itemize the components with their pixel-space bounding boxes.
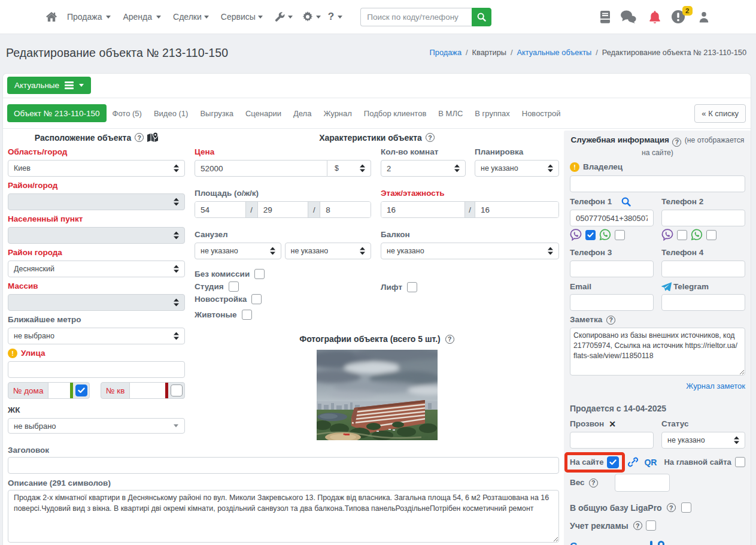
tab-object-active[interactable]: Объект № 213-110-150 [7,104,107,122]
house-checkbox[interactable] [75,384,87,396]
phone1-whatsapp-checkbox[interactable] [615,230,625,240]
notes-journal-link[interactable]: Журнал заметок [686,382,745,390]
layout-select[interactable]: не указано [475,160,559,177]
help-icon: ? [328,11,334,23]
balcony-select[interactable]: не указано [381,243,559,259]
settlement-select[interactable] [8,227,185,244]
floor-input[interactable] [381,202,464,217]
qr-link[interactable]: QR [644,458,657,467]
tab-video[interactable]: Видео (1) [148,109,194,118]
new-building-checkbox[interactable] [251,294,262,304]
city-district-select[interactable]: Деснянский [8,261,185,277]
weight-help-icon[interactable]: ? [589,479,598,488]
title-field-input[interactable] [8,457,559,474]
pets-checkbox[interactable] [242,310,252,320]
flat-checkbox[interactable] [171,384,183,396]
phone2-viber-checkbox[interactable] [677,230,687,240]
tabs-row: Объект № 213-110-150 Фото (5) Видео (1) … [3,98,751,129]
district-select[interactable] [8,193,185,210]
search-input[interactable] [360,8,472,26]
link-icon[interactable] [628,457,638,467]
email-input[interactable] [570,294,654,311]
alerts-button[interactable]: 2 [671,10,685,24]
ads-checkbox[interactable] [646,520,656,531]
object-photo[interactable] [317,350,438,440]
phone2-whatsapp-checkbox[interactable] [706,230,716,240]
menu-help[interactable]: ? [328,11,342,23]
floor-label: Этаж/этажность [381,189,559,198]
bathroom-select-1[interactable]: не указано [195,243,281,259]
tab-journal[interactable]: Журнал [317,109,357,118]
metro-select[interactable]: не выбрано [8,328,185,344]
tab-tasks[interactable]: Дела [287,109,317,118]
rooms-select[interactable]: 2 [381,160,466,177]
breadcrumb-actual[interactable]: Актуальные объекты [517,48,592,57]
house-number-input[interactable] [48,383,70,398]
journal-button[interactable] [600,11,610,23]
clear-x-icon[interactable]: ✕ [609,419,616,429]
menu-sale[interactable]: Продажа [67,12,111,22]
menu-services[interactable]: Сервисы [221,12,263,22]
menu-settings[interactable] [302,11,321,22]
partial-bottom-link[interactable]: С [570,541,745,545]
tab-upload[interactable]: Выгрузка [194,109,239,118]
menu-tools[interactable] [275,12,293,22]
telegram-label-row: Telegram [661,281,745,292]
tab-scenarios[interactable]: Сценарии [239,109,287,118]
telegram-input[interactable] [661,294,745,311]
back-to-list-button[interactable]: « К списку [694,104,746,123]
tab-newbuild[interactable]: Новострой [516,109,567,118]
weight-input[interactable] [615,474,670,492]
ads-help-icon[interactable]: ? [633,521,642,530]
status-select[interactable]: не указано [661,432,745,449]
notifications-button[interactable] [649,10,661,24]
status-dropdown-button[interactable]: Актуальные [7,77,91,94]
currency-select[interactable]: $ [327,160,371,177]
phone2-input[interactable] [661,210,745,226]
phone-search-icon[interactable] [621,197,631,207]
breadcrumb-sale[interactable]: Продажа [430,48,462,57]
area-kitchen-input[interactable] [320,202,371,217]
menu-deals[interactable]: Сделки [173,12,209,22]
massif-select[interactable] [8,294,185,311]
call-input[interactable] [570,432,654,449]
bathroom-select-2[interactable]: не указано [285,243,372,259]
location-help-icon[interactable]: ? [135,133,144,142]
on-site-checkbox[interactable] [607,456,619,468]
note-help-icon[interactable]: ? [606,316,615,325]
characteristics-help-icon[interactable]: ? [426,133,435,142]
tab-clients[interactable]: Подбор клиентов [358,109,432,118]
elevator-checkbox[interactable] [407,282,417,292]
flat-number-input[interactable] [129,383,165,398]
street-input[interactable] [8,361,185,378]
profile-button[interactable] [699,11,709,23]
description-textarea[interactable]: Продаж 2-х кімнатної квартири в Деснянсь… [8,490,559,543]
search-button[interactable] [472,8,491,26]
home-button[interactable] [46,12,57,22]
no-commission-checkbox[interactable] [254,269,265,279]
menu-rent[interactable]: Аренда [123,12,161,22]
studio-checkbox[interactable] [229,281,239,292]
price-input[interactable] [195,160,327,177]
floors-total-input[interactable] [475,202,558,217]
area-living-input[interactable] [258,202,308,217]
phone1-viber-checkbox[interactable] [585,230,596,240]
map-icon[interactable] [147,132,158,143]
liga-base-checkbox[interactable] [681,502,691,513]
tab-groups[interactable]: В группах [469,109,515,118]
messages-button[interactable] [620,10,636,23]
area-total-input[interactable] [195,202,245,217]
note-textarea[interactable]: Скопировано из базы внешних источников, … [570,328,745,376]
zhk-select[interactable]: не выбрано [8,418,185,434]
tab-mls[interactable]: В МЛС [432,109,469,118]
on-main-checkbox[interactable] [735,457,745,467]
service-help-icon[interactable]: ? [672,138,681,147]
phone1-input[interactable] [570,210,654,226]
photos-help-icon[interactable]: ? [445,335,454,344]
owner-input[interactable] [570,175,745,192]
liga-base-help-icon[interactable]: ? [667,503,676,512]
region-select[interactable]: Киев [8,160,185,177]
phone4-input[interactable] [661,261,745,277]
tab-photo[interactable]: Фото (5) [107,109,148,118]
phone3-input[interactable] [570,261,654,277]
